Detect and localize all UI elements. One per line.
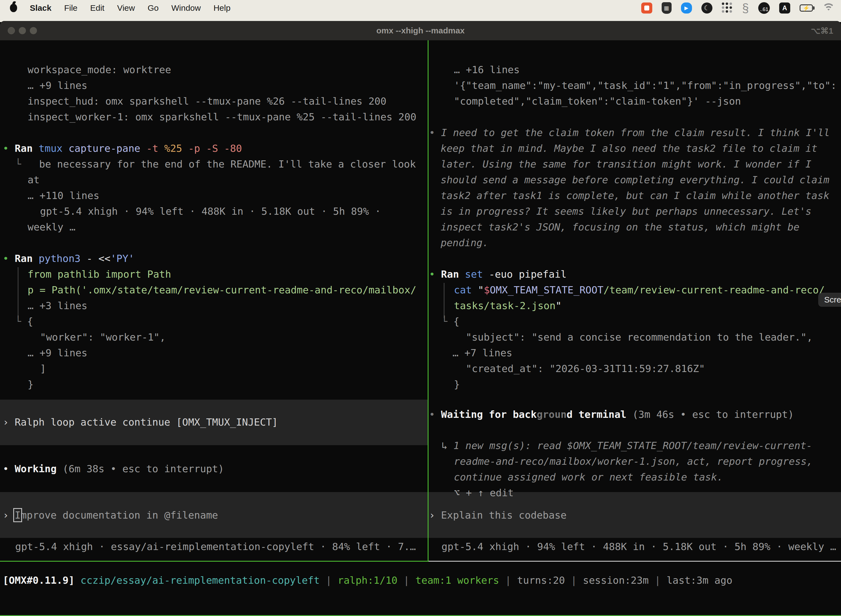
terminal-line: ] xyxy=(40,361,46,377)
menu-status-icons: ▦ ▶ ☾ § ..61 A ⚡ xyxy=(641,1,841,14)
pane-divider[interactable] xyxy=(428,40,428,562)
window-shortcut-hint: ⌥⌘1 xyxy=(811,21,833,40)
terminal-line: … +3 lines xyxy=(28,298,88,314)
terminal-line: • Ran python3 - <<'PY' xyxy=(3,251,134,266)
moon-circle-icon[interactable]: ☾ xyxy=(701,1,712,14)
badge-61-icon[interactable]: ..61 xyxy=(758,1,770,14)
menu-item-view[interactable]: View xyxy=(117,3,135,13)
tool-output-connector xyxy=(18,267,19,318)
right-pane-border xyxy=(428,561,841,562)
terminal-window[interactable]: omx --xhigh --madmax ⌥⌘1 Scre [omx-cczip… xyxy=(0,21,841,616)
terminal-line: gpt-5.4 xhigh · 94% left · 488K in · 5.1… xyxy=(40,203,381,219)
terminal-line: weekly … xyxy=(28,219,75,235)
terminal-line: '{"team_name":"my-team","task_id":"1","f… xyxy=(454,78,837,93)
menu-item-app[interactable]: Slack xyxy=(30,3,51,13)
terminal-line: task2 after task1 is complete, but can I… xyxy=(441,188,829,203)
terminal-line: keep that in mind. Maybe I also need the… xyxy=(441,141,817,156)
terminal-line: • Ran tmux capture-pane -t %25 -p -S -80 xyxy=(3,141,242,156)
terminal-line: "created_at": "2026-03-31T11:59:27.816Z" xyxy=(466,361,705,377)
menu-item-go[interactable]: Go xyxy=(148,3,159,13)
messenger-icon[interactable]: ▶ xyxy=(681,1,692,14)
terminal-line: gpt-5.4 xhigh · essay/ai-reimplementatio… xyxy=(15,539,416,554)
keyboard-a-icon[interactable]: A xyxy=(779,1,790,14)
window-title: omx --xhigh --madmax xyxy=(0,21,841,40)
section-icon[interactable]: § xyxy=(742,1,749,14)
left-pane-border xyxy=(0,561,428,562)
terminal-line: at xyxy=(28,172,40,188)
terminal-content[interactable]: Scre [omx-cczip0:bash* "MacBook-Pro-44.l… xyxy=(0,40,841,616)
menu-item-file[interactable]: File xyxy=(64,3,77,13)
terminal-line: readme-and-reco/mailbox/worker-1.json, a… xyxy=(454,453,813,469)
text-cursor: I xyxy=(15,509,21,521)
terminal-line: • Ran set -euo pipefail xyxy=(429,266,567,282)
terminal-line: continue assigned work or next feasible … xyxy=(454,469,723,485)
shield-grid-icon[interactable]: ▦ xyxy=(662,1,672,14)
terminal-line: workspace_mode: worktree xyxy=(28,62,171,78)
window-title-bar[interactable]: omx --xhigh --madmax ⌥⌘1 xyxy=(0,21,841,40)
terminal-line: tasks/task-2.json" xyxy=(454,298,561,314)
terminal-line: › Ralph loop active continue [OMX_TMUX_I… xyxy=(3,414,278,430)
wifi-icon[interactable] xyxy=(822,1,835,14)
terminal-line: • Working (6m 38s • esc to interrupt) xyxy=(3,461,224,477)
screen-share-pill[interactable]: Scre xyxy=(818,293,841,307)
terminal-line: later. Using the same for transition mig… xyxy=(441,156,812,172)
menu-item-help[interactable]: Help xyxy=(214,3,231,13)
terminal-line: inspect task2's JSON, focusing on the st… xyxy=(441,219,799,235)
terminal-line: ⌥ + ↑ edit xyxy=(454,485,514,501)
terminal-line: } xyxy=(454,377,460,392)
terminal-line: should send a message before completing … xyxy=(441,172,829,188)
apple-menu-icon[interactable] xyxy=(10,4,17,12)
terminal-line: └ { xyxy=(15,314,33,329)
terminal-line: [OMX#0.11.9] cczip/essay/ai-reimplementa… xyxy=(3,572,732,588)
terminal-line: • Waiting for background terminal (3m 46… xyxy=(429,406,794,422)
terminal-line: "completed","claim_token":"claim-token"}… xyxy=(454,93,741,109)
menu-item-window[interactable]: Window xyxy=(171,3,201,13)
terminal-line: … +16 lines xyxy=(454,62,520,78)
terminal-line: } xyxy=(28,377,34,392)
terminal-line: is in progress? It seems likely but perh… xyxy=(441,203,812,219)
menu-item-edit[interactable]: Edit xyxy=(90,3,105,13)
terminal-line: inspect_hud: omx sparkshell --tmux-pane … xyxy=(28,93,386,109)
battery-charging-icon[interactable]: ⚡ xyxy=(800,1,813,14)
terminal-line: … +7 lines xyxy=(453,345,512,361)
terminal-line: cat "$OMX_TEAM_STATE_ROOT/team/review-cu… xyxy=(454,282,825,298)
terminal-line: • I need to get the claim token from the… xyxy=(429,125,830,141)
terminal-line: p = Path('.omx/state/team/review-current… xyxy=(28,282,416,298)
terminal-line: from pathlib import Path xyxy=(28,266,171,282)
tool-output-connector xyxy=(444,283,444,318)
slack-notification-icon[interactable] xyxy=(641,1,652,14)
menu-left: Slack FileEditViewGoWindowHelp xyxy=(0,3,230,13)
dots-grid-icon[interactable] xyxy=(722,1,733,14)
terminal-line: "subject": "send a concise recommendatio… xyxy=(466,329,813,345)
terminal-line: └ { xyxy=(441,314,459,329)
menu-items: FileEditViewGoWindowHelp xyxy=(64,3,230,13)
terminal-line: inspect_worker-1: omx sparkshell --tmux-… xyxy=(28,109,416,125)
menu-bar: Slack FileEditViewGoWindowHelp ▦ ▶ ☾ § .… xyxy=(0,0,841,16)
terminal-line: pending. xyxy=(441,235,488,251)
terminal-line: … +110 lines xyxy=(28,188,99,203)
terminal-line: ↳ 1 new msg(s): read $OMX_TEAM_STATE_ROO… xyxy=(441,438,812,453)
terminal-line: gpt-5.4 xhigh · 94% left · 488K in · 5.1… xyxy=(441,539,836,554)
terminal-line: "worker": "worker-1", xyxy=(40,329,166,345)
terminal-line: └ be necessary for the end of the README… xyxy=(15,156,416,172)
terminal-line: › Explain this codebase xyxy=(429,507,567,523)
terminal-line: … +9 lines xyxy=(28,78,88,93)
terminal-line: … +9 lines xyxy=(28,345,88,361)
terminal-line: › Improve documentation in @filename xyxy=(3,507,218,523)
